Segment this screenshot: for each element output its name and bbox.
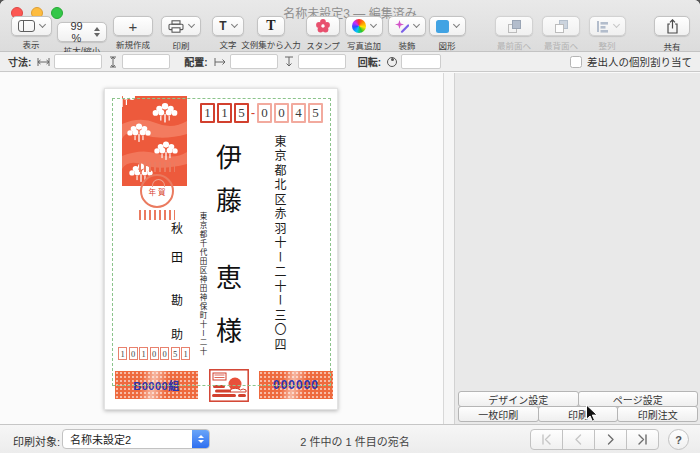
recipient-postal-code[interactable]: 1 1 5 - 0 0 4 5	[200, 103, 325, 123]
send-to-back-icon	[555, 20, 568, 33]
select-stepper-icon	[192, 430, 209, 448]
postal-digit: 0	[274, 103, 289, 123]
align-icon	[596, 20, 609, 33]
tool-bring-to-front: 最前面へ	[492, 16, 536, 51]
view-button[interactable]	[11, 16, 52, 36]
toolbar: 名称未設定3 — 編集済み 表示 99 % 拡大/縮小 + 新規作成	[0, 0, 700, 52]
printer-icon	[168, 20, 184, 33]
hatch-lines-icon	[139, 210, 175, 220]
sender-name[interactable]: 秋 田 勘 助	[169, 223, 185, 341]
tool-shapes: 図形	[426, 16, 468, 51]
lottery-band-left: B0000組	[115, 371, 198, 399]
nav-next-button[interactable]	[594, 429, 627, 450]
postal-digit: 1	[139, 347, 148, 360]
share-button[interactable]	[654, 16, 690, 36]
print-button-toolbar[interactable]	[161, 16, 201, 36]
chevron-down-icon	[231, 21, 238, 28]
postal-digit: 0	[257, 103, 272, 123]
panel-buttons: デザイン設定 ページ設定 一枚印刷 印刷 印刷注文	[458, 391, 698, 422]
prev-record-icon	[573, 434, 584, 445]
postal-digit: 4	[291, 103, 306, 123]
record-navigation	[530, 429, 659, 450]
y-position-field[interactable]	[298, 54, 346, 69]
tool-send-to-back: 最背面へ	[540, 16, 582, 51]
postal-digit: 5	[234, 103, 249, 123]
square-shape-icon	[436, 20, 449, 33]
new-document-button[interactable]: +	[113, 16, 153, 36]
splitter[interactable]	[444, 73, 455, 424]
add-photo-button[interactable]	[345, 16, 383, 36]
nenga-circle-icon: 年賀	[140, 174, 174, 208]
app-window: 名称未設定3 — 編集済み 表示 99 % 拡大/縮小 + 新規作成	[0, 0, 700, 453]
stepper-icon	[94, 27, 100, 37]
nenga-postmark[interactable]: 年賀	[135, 162, 179, 220]
recipient-address[interactable]: 東京都北区赤羽十ー二十ー三〇四	[271, 135, 288, 375]
tool-new: + 新規作成	[111, 16, 155, 50]
sender-assign-checkbox[interactable]	[570, 56, 582, 68]
send-to-back-button	[542, 16, 580, 36]
decoration-button[interactable]	[388, 16, 426, 36]
align-button	[589, 16, 626, 36]
x-position-field[interactable]	[230, 54, 278, 69]
tool-share: 共有	[652, 16, 692, 52]
tool-zoom: 99 % 拡大/縮小	[57, 16, 107, 56]
format-bar: 寸法: 配置: 回転: 差出人の個別割り当て	[0, 52, 700, 72]
print-button[interactable]: 印刷	[538, 406, 619, 422]
y-position-icon	[284, 56, 294, 68]
design-settings-button[interactable]: デザイン設定	[458, 391, 579, 407]
plus-icon: +	[129, 19, 138, 34]
first-record-icon	[541, 434, 552, 445]
bring-to-front-icon	[508, 20, 521, 33]
lottery-band-art	[209, 369, 249, 406]
help-button[interactable]: ?	[668, 429, 689, 450]
stamp-button[interactable]	[306, 16, 340, 36]
bottom-bar: 印刷対象: 名称未設定2 2 件中の 1 件目の宛名 ?	[0, 424, 700, 453]
print-one-button[interactable]: 一枚印刷	[458, 406, 539, 422]
postal-digit: 0	[129, 347, 138, 360]
color-wheel-icon	[352, 19, 366, 33]
width-field[interactable]	[54, 54, 102, 69]
tool-phrase-library: T 文例集から入力	[240, 16, 302, 50]
print-order-button[interactable]: 印刷注文	[617, 406, 698, 422]
main-area: 1 1 5 - 0 0 4 5 東京都北区赤羽十ー二十ー三〇四 伊 藤 恵 様	[0, 73, 700, 424]
postal-digit: 1	[181, 347, 190, 360]
sender-postal-code[interactable]: 1 0 1 0 0 5 1	[118, 347, 192, 360]
page-settings-button[interactable]: ページ設定	[578, 391, 699, 407]
position-label: 配置:	[184, 54, 207, 69]
postal-digit: 1	[118, 347, 127, 360]
x-position-icon	[214, 57, 226, 67]
flower-icon	[316, 19, 330, 33]
height-field[interactable]	[122, 54, 170, 69]
lottery-band-right: 000000	[259, 371, 333, 399]
zoom-stepper[interactable]: 99 %	[57, 22, 107, 42]
tool-add-photo: 写真追加	[343, 16, 385, 51]
serif-text-icon: T	[266, 18, 275, 34]
phrase-library-button[interactable]: T	[257, 16, 285, 36]
print-target-select[interactable]: 名称未設定2	[62, 429, 210, 449]
postal-digit: 1	[200, 103, 215, 123]
text-icon: T	[219, 19, 226, 33]
postal-hyphen: -	[251, 106, 255, 121]
chevron-down-icon	[413, 21, 420, 28]
postal-digit: 5	[308, 103, 323, 123]
dimension-label: 寸法:	[8, 54, 31, 69]
next-record-icon	[605, 434, 616, 445]
postal-digit: 1	[217, 103, 232, 123]
recipient-name[interactable]: 伊 藤 恵 様	[213, 146, 245, 345]
right-panel: デザイン設定 ページ設定 一枚印刷 印刷 印刷注文	[455, 73, 700, 424]
text-button[interactable]: T	[212, 16, 243, 36]
lottery-number: 000000	[273, 378, 319, 392]
design-canvas[interactable]: 1 1 5 - 0 0 4 5 東京都北区赤羽十ー二十ー三〇四 伊 藤 恵 様	[0, 73, 444, 424]
share-icon	[666, 19, 679, 34]
tool-view: 表示	[8, 16, 54, 50]
sender-address[interactable]: 東京都千代田区神田神保町十ー二十	[197, 212, 208, 367]
rotation-dial-icon	[387, 57, 397, 67]
print-target-label: 印刷対象:	[13, 433, 60, 449]
nav-first-button	[530, 429, 563, 450]
tool-decoration: 装飾	[386, 16, 428, 51]
nav-last-button[interactable]	[626, 429, 659, 450]
shapes-button[interactable]	[429, 16, 466, 36]
rotation-field[interactable]	[401, 54, 441, 69]
bring-to-front-button	[495, 16, 533, 36]
lottery-group-number: B0000組	[133, 377, 179, 393]
